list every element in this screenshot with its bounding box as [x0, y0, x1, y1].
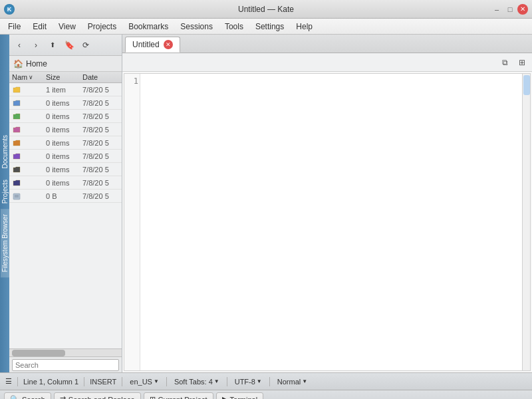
col-name-header[interactable]: Nam ∨ — [12, 73, 46, 81]
fs-file-list: 1 item7/8/20 5 0 items7/8/20 5 0 items7/… — [9, 83, 122, 348]
fs-toolbar: ‹ › ⬆ 🔖 ⟳ — [9, 35, 122, 56]
editor-toolbar: ⧉ ⊞ — [122, 53, 532, 72]
fs-search-bar — [9, 356, 122, 372]
split-button[interactable]: ⊞ — [515, 55, 529, 70]
file-icon — [12, 98, 21, 108]
file-icon — [12, 192, 21, 201]
project-icon: ⊞ — [150, 395, 156, 399]
terminal-label: Terminal — [230, 396, 258, 400]
status-sep-1 — [17, 377, 18, 386]
sidebar-item-filesystem[interactable]: Filesystem Browser — [1, 209, 9, 277]
fs-bookmark-button[interactable]: 🔖 — [62, 38, 76, 53]
file-icon — [12, 125, 21, 134]
table-row[interactable]: 0 items7/8/20 5 — [9, 176, 122, 190]
file-size: 0 items — [46, 126, 82, 134]
file-size: 0 items — [46, 112, 82, 120]
fs-breadcrumb: 🏠 Home — [9, 56, 122, 72]
file-size: 1 item — [46, 86, 82, 94]
file-size: 0 items — [46, 179, 82, 187]
menu-item-help[interactable]: Help — [291, 21, 318, 33]
file-date: 7/8/20 5 — [82, 179, 119, 187]
file-icon — [12, 152, 21, 161]
menu-bar: FileEditViewProjectsBookmarksSessionsToo… — [0, 19, 532, 35]
line-ending-dropdown[interactable]: Normal ▼ — [275, 377, 309, 386]
bottom-bar: 🔍 Search ⇄ Search and Replace ⊞ Current … — [0, 390, 532, 399]
menu-item-settings[interactable]: Settings — [250, 21, 289, 33]
new-window-button[interactable]: ⧉ — [497, 55, 512, 70]
main-area: Documents Projects Filesystem Browser ‹ … — [0, 35, 532, 372]
svg-rect-0 — [13, 194, 20, 200]
breadcrumb-label[interactable]: Home — [26, 59, 47, 68]
filesystem-browser: ‹ › ⬆ 🔖 ⟳ 🏠 Home Nam ∨ Size Date 1 item7… — [9, 35, 122, 372]
editor-textarea[interactable] — [140, 74, 522, 370]
file-date: 7/8/20 5 — [82, 99, 119, 107]
editor-tabs: Untitled ✕ — [122, 35, 532, 53]
menu-item-sessions[interactable]: Sessions — [175, 21, 218, 33]
list-icon[interactable]: ☰ — [5, 377, 12, 386]
app-icon: K — [4, 4, 15, 15]
indent-arrow-icon: ▼ — [214, 378, 219, 384]
table-row[interactable]: 0 items7/8/20 5 — [9, 110, 122, 123]
file-size: 0 B — [46, 192, 82, 200]
editor-scrollbar-vertical[interactable] — [522, 74, 530, 370]
search-button[interactable]: 🔍 Search — [4, 392, 51, 400]
table-row[interactable]: 0 items7/8/20 5 — [9, 123, 122, 136]
file-size: 0 items — [46, 139, 82, 147]
status-bar: ☰ Line 1, Column 1 INSERT en_US ▼ Soft T… — [0, 372, 532, 390]
editor-mode: INSERT — [90, 378, 116, 386]
file-icon — [12, 138, 21, 148]
menu-item-tools[interactable]: Tools — [219, 21, 249, 33]
status-sep-6 — [269, 377, 270, 386]
table-row[interactable]: 1 item7/8/20 5 — [9, 83, 122, 96]
search-replace-label: Search and Replace — [68, 396, 135, 400]
project-label: Current Project — [158, 396, 207, 400]
close-button[interactable]: ✕ — [517, 4, 528, 15]
terminal-button[interactable]: ▶ Terminal — [216, 392, 264, 400]
editor-tab-untitled[interactable]: Untitled ✕ — [125, 37, 180, 53]
table-row[interactable]: 0 B7/8/20 5 — [9, 190, 122, 203]
search-icon: 🔍 — [10, 395, 19, 399]
table-row[interactable]: 0 items7/8/20 5 — [9, 163, 122, 176]
encoding-dropdown[interactable]: UTF-8 ▼ — [233, 377, 264, 386]
status-sep-3 — [122, 377, 122, 386]
menu-item-edit[interactable]: Edit — [27, 21, 52, 33]
file-date: 7/8/20 5 — [82, 166, 119, 174]
fs-up-button[interactable]: ⬆ — [45, 38, 60, 53]
line-number-1: 1 — [126, 76, 138, 86]
sort-chevron-icon: ∨ — [29, 74, 33, 80]
col-date-header[interactable]: Date — [82, 73, 119, 81]
menu-item-file[interactable]: File — [3, 21, 26, 33]
table-row[interactable]: 0 items7/8/20 5 — [9, 96, 122, 110]
menu-item-view[interactable]: View — [53, 21, 81, 33]
fs-search-input[interactable] — [12, 359, 119, 371]
search-replace-button[interactable]: ⇄ Search and Replace — [54, 392, 141, 400]
sidebar-item-documents[interactable]: Documents — [1, 130, 9, 174]
line-numbers: 1 — [124, 74, 140, 370]
fs-sync-button[interactable]: ⟳ — [78, 38, 93, 53]
maximize-button[interactable]: □ — [504, 3, 516, 15]
indent-label: Soft Tabs: 4 — [174, 378, 213, 386]
fs-scrollbar-horizontal[interactable] — [9, 348, 122, 356]
fs-back-button[interactable]: ‹ — [12, 38, 27, 53]
sidebar-panel: Documents Projects Filesystem Browser — [0, 35, 9, 372]
file-date: 7/8/20 5 — [82, 112, 119, 120]
minimize-button[interactable]: – — [491, 3, 503, 15]
editor-content: 1 — [124, 73, 531, 371]
title-bar: K Untitled — Kate – □ ✕ — [0, 0, 532, 19]
file-size: 0 items — [46, 166, 82, 174]
sidebar-item-projects[interactable]: Projects — [1, 174, 9, 209]
table-row[interactable]: 0 items7/8/20 5 — [9, 150, 122, 163]
file-icon — [12, 85, 21, 94]
col-size-header[interactable]: Size — [46, 73, 82, 81]
tab-close-button[interactable]: ✕ — [164, 40, 173, 49]
status-sep-4 — [166, 377, 167, 386]
menu-item-projects[interactable]: Projects — [82, 21, 122, 33]
table-row[interactable]: 0 items7/8/20 5 — [9, 136, 122, 150]
menu-item-bookmarks[interactable]: Bookmarks — [123, 21, 174, 33]
indent-dropdown[interactable]: Soft Tabs: 4 ▼ — [172, 377, 221, 386]
current-project-button[interactable]: ⊞ Current Project — [144, 392, 213, 400]
language-dropdown[interactable]: en_US ▼ — [128, 377, 161, 386]
fs-forward-button[interactable]: › — [29, 38, 43, 53]
home-icon: 🏠 — [13, 59, 23, 68]
fs-table-header: Nam ∨ Size Date — [9, 72, 122, 83]
